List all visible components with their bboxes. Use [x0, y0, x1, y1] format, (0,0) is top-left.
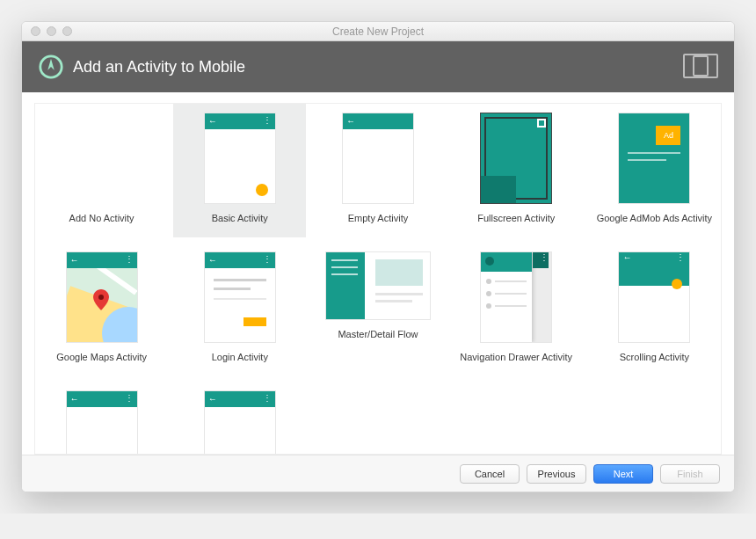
template-thumb: [325, 251, 431, 320]
template-thumb: ←⋮: [66, 251, 138, 343]
window-title: Create New Project: [22, 25, 734, 38]
template-thumb: Ad: [618, 113, 690, 204]
template-label: Empty Activity: [348, 213, 408, 234]
finish-button: Finish: [660, 464, 720, 484]
template-thumb: ←⋮: [66, 390, 138, 455]
form-factor-icon: [683, 54, 718, 78]
template-thumb: ←⋮: [204, 113, 276, 204]
content-area: Add No Activity ←⋮ Basic Activity ← Empt…: [22, 92, 734, 455]
template-thumb: [66, 113, 138, 204]
dialog-window: Create New Project Add an Activity to Mo…: [21, 21, 735, 492]
template-navigation-drawer[interactable]: ⋮ Navigation Drawer Activity: [450, 243, 583, 376]
header-title: Add an Activity to Mobile: [73, 58, 245, 76]
template-thumb: ←⋮: [204, 390, 276, 455]
map-pin-icon: [93, 289, 109, 310]
template-basic-activity[interactable]: ←⋮ Basic Activity: [173, 104, 306, 237]
template-label: Add No Activity: [69, 213, 134, 234]
template-label: Scrolling Activity: [620, 352, 689, 373]
svg-point-2: [98, 295, 104, 300]
template-scrolling-activity[interactable]: ← ⋮ Scrolling Activity: [588, 243, 721, 376]
cancel-button[interactable]: Cancel: [460, 464, 520, 484]
template-label: Google Maps Activity: [56, 352, 147, 373]
template-thumb: [480, 113, 552, 204]
previous-button[interactable]: Previous: [527, 464, 586, 484]
template-extra-1[interactable]: ←⋮: [35, 382, 168, 455]
android-studio-icon: [38, 54, 64, 80]
template-fullscreen-activity[interactable]: Fullscreen Activity: [450, 104, 583, 237]
template-label: Navigation Drawer Activity: [460, 352, 572, 373]
template-label: Fullscreen Activity: [477, 213, 555, 234]
template-extra-2[interactable]: ←⋮: [173, 382, 306, 455]
template-label: Login Activity: [212, 352, 268, 373]
next-button[interactable]: Next: [593, 464, 653, 484]
template-grid: Add No Activity ←⋮ Basic Activity ← Empt…: [34, 103, 722, 455]
template-add-no-activity[interactable]: Add No Activity: [35, 104, 168, 237]
svg-marker-1: [47, 59, 55, 70]
template-login-activity[interactable]: ←⋮ Login Activity: [173, 243, 306, 376]
template-thumb: ←: [342, 113, 414, 204]
template-admob-activity[interactable]: Ad Google AdMob Ads Activity: [588, 104, 721, 237]
template-thumb: ← ⋮: [618, 251, 690, 343]
header: Add an Activity to Mobile: [22, 41, 734, 92]
template-master-detail[interactable]: Master/Detail Flow: [311, 243, 444, 376]
template-google-maps-activity[interactable]: ←⋮ Google Maps Activity: [35, 243, 168, 376]
template-thumb: ⋮: [480, 251, 552, 343]
footer: Cancel Previous Next Finish: [22, 455, 734, 492]
titlebar: Create New Project: [22, 22, 734, 41]
template-thumb: ←⋮: [204, 251, 276, 343]
template-empty-activity[interactable]: ← Empty Activity: [311, 104, 444, 237]
template-label: Google AdMob Ads Activity: [597, 213, 712, 234]
template-label: Basic Activity: [212, 213, 268, 234]
template-label: Master/Detail Flow: [338, 329, 418, 350]
